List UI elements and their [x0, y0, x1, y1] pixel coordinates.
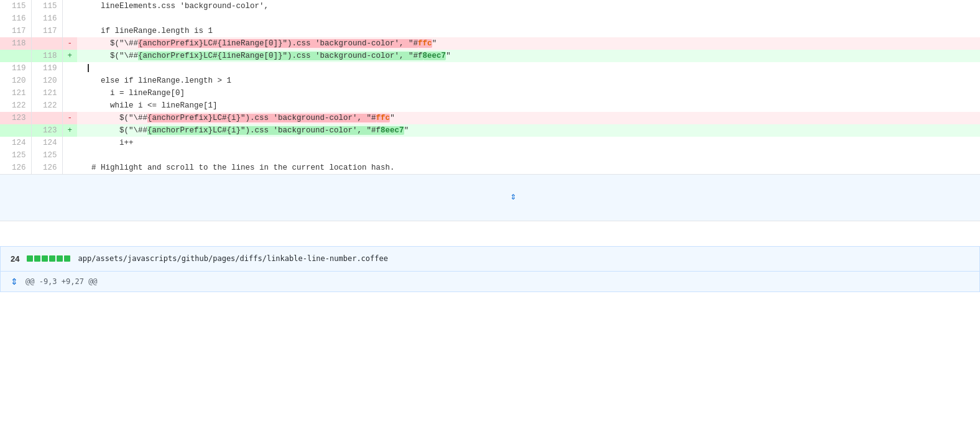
line-num-old: 125 [0, 149, 31, 162]
diff-code [77, 62, 980, 75]
diff-stat-bar [27, 255, 70, 262]
diff-sign: - [62, 112, 77, 124]
table-row: 120 120 else if lineRange.length > 1 [0, 75, 980, 87]
line-num-new: 124 [31, 137, 62, 149]
table-row: 121 121 i = lineRange[0] [0, 87, 980, 99]
line-num-old: 118 [0, 37, 31, 50]
diff-code: $("\##{anchorPrefix}LC#{i}").css 'backgr… [77, 124, 980, 137]
cursor [87, 62, 89, 75]
diff-code: i++ [77, 137, 980, 149]
section-gap [0, 221, 980, 246]
diff-sign [62, 75, 77, 87]
expander-row[interactable]: ⇕ [0, 175, 980, 221]
line-num-new: 120 [31, 75, 62, 87]
diff-table: 115 115 lineElements.css 'background-col… [0, 0, 980, 221]
table-row: 117 117 if lineRange.length is 1 [0, 25, 980, 37]
line-num-new: 115 [31, 0, 62, 12]
stat-block-2 [34, 255, 40, 262]
table-row: 119 119 [0, 62, 980, 75]
diff-sign [62, 12, 77, 25]
diff-sign [62, 0, 77, 12]
inline-highlight: {anchorPrefix}LC#{lineRange[0]}").css 'b… [138, 39, 418, 48]
diff-code: lineElements.css 'background-color', [77, 0, 980, 12]
diff-sign [62, 87, 77, 99]
diff-sign [62, 62, 77, 75]
line-num-new: 117 [31, 25, 62, 37]
line-num-old: 121 [0, 87, 31, 99]
diff-code [77, 12, 980, 25]
hunk-expander-icon[interactable]: ⇕ [11, 277, 18, 287]
table-row: 124 124 i++ [0, 137, 980, 149]
stat-block-3 [42, 255, 48, 262]
diff-sign [62, 162, 77, 175]
hunk-header: ⇕ @@ -9,3 +9,27 @@ [0, 271, 980, 292]
diff-sign [62, 137, 77, 149]
file-path: app/assets/javascripts/github/pages/diff… [78, 254, 388, 263]
table-row: 115 115 lineElements.css 'background-col… [0, 0, 980, 12]
line-num-old [0, 50, 31, 62]
line-num-old: 116 [0, 12, 31, 25]
line-num-old: 117 [0, 25, 31, 37]
highlight-added: 8eec7 [423, 52, 446, 60]
line-num-old [0, 124, 31, 137]
highlight-deleted: ffc [418, 39, 432, 48]
line-num-new: 118 [31, 50, 62, 62]
diff-code: i = lineRange[0] [77, 87, 980, 99]
line-num-new [31, 112, 62, 124]
table-row: 122 122 while i <= lineRange[1] [0, 99, 980, 112]
line-num-old: 123 [0, 112, 31, 124]
diff-sign: + [62, 50, 77, 62]
table-row: 123 - $("\##{anchorPrefix}LC#{i}").css '… [0, 112, 980, 124]
line-num-old: 122 [0, 99, 31, 112]
line-num-old: 124 [0, 137, 31, 149]
table-row: 126 126 # Highlight and scroll to the li… [0, 162, 980, 175]
table-row: 118 - $("\##{anchorPrefix}LC#{lineRange[… [0, 37, 980, 50]
line-num-new: 125 [31, 149, 62, 162]
stat-block-5 [57, 255, 63, 262]
diff-sign [62, 149, 77, 162]
line-num-new: 121 [31, 87, 62, 99]
line-num-old: 119 [0, 62, 31, 75]
line-num-new: 116 [31, 12, 62, 25]
diff-code: if lineRange.length is 1 [77, 25, 980, 37]
highlight-deleted: ffc [376, 114, 391, 122]
inline-highlight: {anchorPrefix}LC#{lineRange[0]}").css 'b… [138, 52, 423, 60]
line-num-old: 115 [0, 0, 31, 12]
table-row: 125 125 [0, 149, 980, 162]
inline-highlight: {anchorPrefix}LC#{i}").css 'background-c… [147, 126, 381, 135]
diff-code: $("\##{anchorPrefix}LC#{lineRange[0]}").… [77, 37, 980, 50]
diff-code [77, 149, 980, 162]
inline-highlight: {anchorPrefix}LC#{i}").css 'background-c… [147, 114, 376, 122]
line-num-new: 119 [31, 62, 62, 75]
diff-code: while i <= lineRange[1] [77, 99, 980, 112]
table-row: 118 + $("\##{anchorPrefix}LC#{lineRange[… [0, 50, 980, 62]
diff-code: else if lineRange.length > 1 [77, 75, 980, 87]
table-row: 116 116 [0, 12, 980, 25]
line-num-new: 123 [31, 124, 62, 137]
line-num-old: 126 [0, 162, 31, 175]
line-num-old: 120 [0, 75, 31, 87]
table-row: 123 + $("\##{anchorPrefix}LC#{i}").css '… [0, 124, 980, 137]
stat-block-6 [64, 255, 70, 262]
diff-sign: + [62, 124, 77, 137]
file-header: 24 app/assets/javascripts/github/pages/d… [0, 246, 980, 271]
expander-icon[interactable]: ⇕ [511, 191, 517, 203]
line-num-new: 122 [31, 99, 62, 112]
diff-code: $("\##{anchorPrefix}LC#{i}").css 'backgr… [77, 112, 980, 124]
stat-block-4 [49, 255, 55, 262]
file-number: 24 [11, 254, 19, 264]
line-num-new [31, 37, 62, 50]
line-num-new: 126 [31, 162, 62, 175]
hunk-range: @@ -9,3 +9,27 @@ [25, 277, 98, 286]
diff-container: 115 115 lineElements.css 'background-col… [0, 0, 980, 445]
highlight-added: 8eec7 [381, 126, 404, 135]
diff-sign [62, 25, 77, 37]
stat-block-1 [27, 255, 33, 262]
diff-code: # Highlight and scroll to the lines in t… [77, 162, 980, 175]
diff-sign: - [62, 37, 77, 50]
diff-code: $("\##{anchorPrefix}LC#{lineRange[0]}").… [77, 50, 980, 62]
diff-sign [62, 99, 77, 112]
